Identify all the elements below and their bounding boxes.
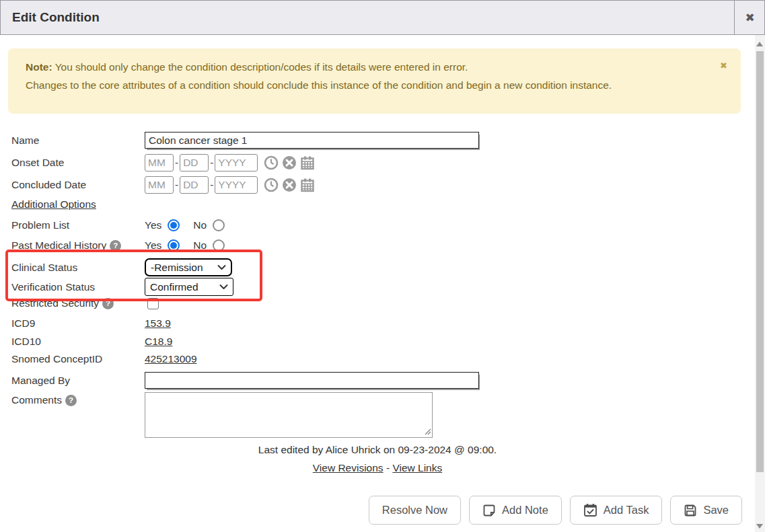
task-calendar-icon [583,503,597,517]
save-button[interactable]: Save [670,496,742,525]
icd9-row: ICD9 153.9 [11,317,171,330]
revision-links: View Revisions - View Links [0,462,755,474]
additional-options-row: Additional Options [11,198,96,211]
resolve-now-button[interactable]: Resolve Now [369,496,461,525]
clinical-status-select[interactable]: -Remission [145,258,232,276]
note-icon [482,504,496,517]
comments-label: Comments ? [11,392,145,406]
clinical-status-row: Clinical Status -Remission [11,258,232,276]
dialog-title: Edit Condition [1,10,100,25]
chevron-down-icon [217,264,226,270]
problem-list-label: Problem List [11,219,145,231]
note-label: Note: [26,61,52,73]
view-links-link[interactable]: View Links [392,462,442,473]
onset-month-input[interactable] [145,154,174,172]
clear-date-icon[interactable] [282,155,297,170]
clinical-status-label: Clinical Status [11,262,145,274]
clock-icon[interactable] [264,155,279,170]
problem-list-no-radio[interactable] [213,219,225,231]
scrollbar-thumb[interactable] [756,51,764,472]
pmh-no-label: No [193,239,207,252]
icd10-label: ICD10 [11,336,145,348]
clock-icon[interactable] [264,178,279,192]
snomed-code-link[interactable]: 425213009 [145,353,197,365]
date-separator: - [210,157,213,169]
managed-by-row: Managed By [11,372,479,389]
additional-options-link[interactable]: Additional Options [11,198,96,211]
onset-date-row: Onset Date - - [11,154,315,172]
pmh-yes-radio[interactable] [168,239,180,252]
onset-day-input[interactable] [180,154,209,172]
problem-list-no-label: No [193,219,207,231]
concluded-date-row: Concluded Date - - [11,176,315,194]
verification-status-row: Verification Status Confirmed [11,278,233,296]
name-input[interactable] [145,132,479,149]
add-task-label: Add Task [604,504,649,517]
name-row: Name [11,132,479,149]
verification-status-select[interactable]: Confirmed [145,278,233,296]
resolve-now-label: Resolve Now [382,504,447,517]
chevron-down-icon [219,284,228,290]
add-note-button[interactable]: Add Note [469,496,562,525]
managed-by-label: Managed By [11,375,145,387]
past-medical-history-row: Past Medical History ? Yes No [11,239,225,252]
onset-year-input[interactable] [215,154,258,172]
verification-status-label: Verification Status [11,281,145,293]
view-revisions-link[interactable]: View Revisions [313,462,384,473]
add-task-button[interactable]: Add Task [570,496,663,525]
close-icon[interactable]: ✖ [735,1,765,34]
past-medical-history-label: Past Medical History ? [11,239,145,252]
onset-date-label: Onset Date [11,157,145,169]
help-icon[interactable]: ? [110,240,121,252]
restricted-security-checkbox[interactable] [147,298,159,309]
concluded-month-input[interactable] [145,176,174,194]
warning-line-2: Changes to the core attributes of a cond… [26,76,714,94]
date-separator: - [175,179,178,191]
concluded-day-input[interactable] [180,176,209,194]
vertical-scrollbar[interactable] [755,35,765,532]
clinical-status-value: -Remission [151,262,203,274]
scroll-down-arrow-icon[interactable] [756,524,763,529]
icd10-code-link[interactable]: C18.9 [145,336,172,348]
add-note-label: Add Note [502,504,548,517]
problem-list-yes-label: Yes [145,219,161,231]
snomed-label: Snomed ConceptID [11,353,145,365]
warning-line-1: Note: You should only change the conditi… [26,58,714,76]
comments-row: Comments ? [11,392,433,438]
footer-button-bar: Resolve Now Add Note Add Task Save [369,496,742,525]
concluded-year-input[interactable] [215,176,258,194]
icd9-code-link[interactable]: 153.9 [145,317,171,330]
date-separator: - [175,157,178,169]
calendar-icon[interactable] [300,155,315,170]
name-label: Name [11,135,145,147]
date-separator: - [210,179,213,191]
snomed-row: Snomed ConceptID 425213009 [11,353,197,365]
pmh-no-radio[interactable] [213,239,225,252]
help-icon[interactable]: ? [102,298,114,309]
save-icon [684,504,697,517]
scroll-up-arrow-icon[interactable] [756,42,763,46]
clear-date-icon[interactable] [282,178,297,192]
save-label: Save [703,504,729,517]
edit-condition-dialog: Edit Condition ✖ Note: You should only c… [0,0,765,532]
icd10-row: ICD10 C18.9 [11,336,172,348]
help-icon[interactable]: ? [65,395,77,406]
problem-list-row: Problem List Yes No [11,219,225,231]
concluded-date-label: Concluded Date [11,179,145,191]
verification-status-value: Confirmed [150,281,198,293]
calendar-icon[interactable] [300,178,315,192]
managed-by-input[interactable] [145,372,479,389]
pmh-yes-label: Yes [145,239,161,252]
problem-list-yes-radio[interactable] [168,219,180,231]
restricted-security-label: Restricted Security ? [11,297,145,309]
last-edited-text: Last edited by Alice Uhrick on 09-23-202… [0,444,755,456]
comments-textarea[interactable] [145,392,433,438]
dismiss-icon[interactable]: ✖ [720,56,727,75]
dialog-header: Edit Condition ✖ [0,0,765,35]
warning-banner: Note: You should only change the conditi… [8,48,741,114]
icd9-label: ICD9 [11,317,145,330]
restricted-security-row: Restricted Security ? [11,297,159,309]
link-separator: - [384,462,393,473]
